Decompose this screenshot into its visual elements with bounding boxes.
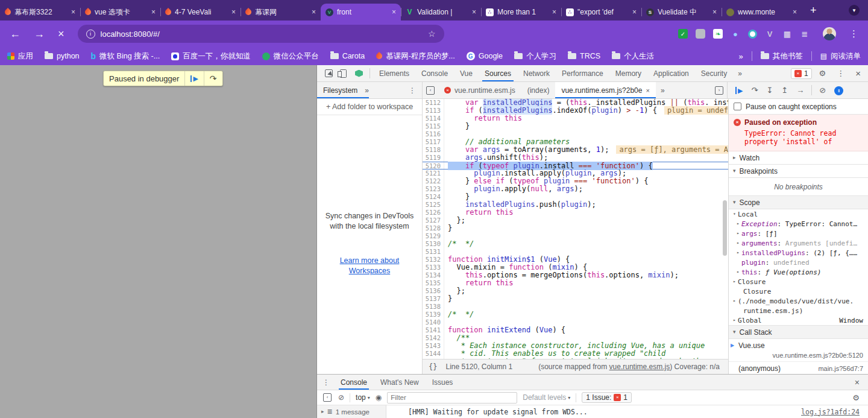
drop-icon[interactable]: ●: [731, 29, 740, 39]
watch-section-header[interactable]: ▸ Watch: [729, 151, 868, 165]
gutter-line-number[interactable]: 5118: [423, 146, 444, 154]
bookmark-item[interactable]: 个人学习: [514, 51, 556, 62]
console-settings-icon[interactable]: ⚙: [852, 393, 863, 402]
tab-filesystem[interactable]: Filesystem: [323, 86, 357, 95]
gutter-line-number[interactable]: 5126: [423, 209, 444, 217]
clear-console-icon[interactable]: ⊘: [338, 394, 344, 401]
tab-close-icon[interactable]: ×: [392, 8, 396, 16]
tab-close-icon[interactable]: ×: [151, 8, 156, 16]
gutter-line-number[interactable]: 5145: [423, 358, 444, 359]
gutter-line-number[interactable]: 5115: [423, 122, 444, 130]
scope-group-row[interactable]: Closure: [729, 287, 868, 296]
editor-more-tabs[interactable]: »: [656, 86, 670, 95]
gutter-line-number[interactable]: 5135: [423, 279, 444, 287]
scope-variable-row[interactable]: ▸this: ƒ Vue(options): [729, 267, 868, 277]
scope-group-row[interactable]: ▸Closure: [729, 277, 868, 287]
gutter-line-number[interactable]: 5113: [423, 107, 444, 115]
tab-close-icon[interactable]: ×: [71, 8, 75, 16]
devtools-tab-security[interactable]: Security: [695, 65, 733, 81]
scope-section-header[interactable]: ▾ Scope: [729, 196, 868, 209]
console-log-source-link[interactable]: log.js?1afd:24: [801, 408, 868, 416]
browser-tab[interactable]: SVuelidate 中×: [641, 4, 722, 21]
bookmark-item[interactable]: b微软 Bing 搜索 -...: [91, 51, 160, 62]
call-stack-frame[interactable]: (anonymous)main.js?56d7:7: [729, 362, 868, 374]
browser-tab[interactable]: ∴More than 1×: [481, 4, 561, 21]
tree-arrow-icon[interactable]: ▸: [735, 241, 741, 245]
bookmarks-overflow-button[interactable]: »: [738, 52, 743, 61]
bookmark-item[interactable]: 慕课网-程序员的梦...: [376, 51, 455, 62]
pause-caught-checkbox[interactable]: [734, 103, 741, 110]
drawer-tab-console[interactable]: Console: [334, 375, 374, 390]
browser-tab[interactable]: 幕布斯3322×: [0, 4, 80, 21]
scope-group-row[interactable]: ▾Local: [729, 209, 868, 219]
gutter-line-number[interactable]: 5114: [423, 115, 444, 122]
gutter-line-number[interactable]: 5143: [423, 342, 444, 350]
gutter-line-number[interactable]: 5120: [423, 162, 444, 169]
vue-devtools-icon[interactable]: [355, 70, 363, 77]
devtools-tab-performance[interactable]: Performance: [556, 65, 609, 81]
devtools-tab-application[interactable]: Application: [647, 65, 695, 81]
pause-on-exceptions-button[interactable]: ‖: [830, 86, 848, 95]
tab-close-icon[interactable]: ×: [793, 8, 797, 16]
devtools-tab-sources[interactable]: Sources: [479, 65, 517, 81]
scope-variable-row[interactable]: ▸args: [ƒ]: [729, 229, 868, 238]
bookmark-item[interactable]: 微信公众平台: [262, 51, 319, 62]
tab-close-icon[interactable]: ×: [312, 8, 316, 16]
bookmark-item[interactable]: Carota: [330, 52, 365, 60]
gutter-line-number[interactable]: 5132: [423, 256, 444, 264]
gutter-line-number[interactable]: 5116: [423, 130, 444, 138]
profile-avatar[interactable]: [823, 27, 836, 40]
gutter-line-number[interactable]: 5131: [423, 248, 444, 256]
tree-arrow-icon[interactable]: ▸: [735, 221, 741, 226]
browser-tab[interactable]: ∴"export 'def×: [561, 4, 641, 21]
lens-icon[interactable]: [748, 30, 757, 39]
drawer-tab-what-s-new[interactable]: What's New: [374, 375, 426, 390]
workspaces-learn-link[interactable]: Learn more about Workspaces: [322, 256, 417, 276]
console-filter-input[interactable]: [387, 392, 517, 404]
add-folder-button[interactable]: + Add folder to workspace: [317, 99, 422, 115]
new-tab-button[interactable]: +: [810, 5, 817, 16]
navigator-menu-icon[interactable]: ⋮: [409, 86, 416, 95]
browser-tab[interactable]: VValidation |×: [401, 4, 481, 21]
scope-group-row[interactable]: runtime.esm.js): [729, 306, 868, 315]
bookmark-item[interactable]: GGoogle: [467, 52, 503, 60]
browser-tab[interactable]: www.monte×: [722, 4, 802, 21]
tab-close-icon[interactable]: ×: [632, 8, 637, 16]
step-button[interactable]: →: [792, 86, 808, 94]
gutter-line-number[interactable]: 5125: [423, 201, 444, 209]
source-map-link[interactable]: vue.runtime.esm.js: [609, 363, 670, 371]
breakpoints-section-header[interactable]: ▾ Breakpoints: [729, 165, 868, 178]
live-expression-eye-icon[interactable]: ◉: [376, 394, 382, 401]
url-text[interactable]: localhost:8080/#/: [101, 30, 160, 39]
bookmark-item[interactable]: python: [45, 52, 80, 60]
context-selector[interactable]: top▾: [356, 393, 370, 402]
scope-variable-row[interactable]: plugin: undefined: [729, 258, 868, 267]
banner-step-over-button[interactable]: ↷: [204, 71, 222, 86]
drawer-menu-icon[interactable]: ⋮: [318, 378, 334, 387]
forward-button[interactable]: →: [34, 28, 45, 39]
scope-variable-row[interactable]: ▸installedPlugins: (2) [ƒ, {……: [729, 248, 868, 258]
gutter-line-number[interactable]: 5144: [423, 350, 444, 358]
deactivate-breakpoints-button[interactable]: ⊘: [815, 86, 830, 94]
stop-button[interactable]: ×: [58, 28, 64, 39]
bookmark-star-icon[interactable]: ☆: [428, 29, 436, 39]
gutter-line-number[interactable]: 5121: [423, 169, 444, 177]
bookmark-item[interactable]: 百度一下，你就知道: [171, 51, 251, 62]
editor-tab[interactable]: vue.runtime.esm.js?2b0e×: [555, 82, 656, 98]
puzzle-icon[interactable]: ▦: [782, 29, 792, 39]
editor-scrollbar[interactable]: [723, 200, 727, 256]
step-into-button[interactable]: ↧: [762, 86, 777, 94]
tree-arrow-icon[interactable]: ▸: [731, 279, 738, 284]
devtools-tab-vue[interactable]: Vue: [454, 65, 479, 81]
tree-arrow-icon[interactable]: ▸: [735, 270, 741, 274]
drawer-close-icon[interactable]: ×: [848, 378, 867, 387]
tree-arrow-icon[interactable]: ▸: [735, 250, 741, 255]
browser-tab[interactable]: vue 选项卡×: [80, 4, 160, 21]
navigator-more-tabs[interactable]: »: [365, 86, 369, 95]
gutter-line-number[interactable]: 5127: [423, 217, 444, 224]
address-bar[interactable]: i localhost:8080/#/ ☆: [78, 25, 444, 43]
devtools-tab-console[interactable]: Console: [415, 65, 454, 81]
editor-tab[interactable]: (index): [521, 82, 556, 98]
leaf-icon[interactable]: ❧: [713, 29, 723, 39]
gutter-line-number[interactable]: 5119: [423, 154, 444, 162]
